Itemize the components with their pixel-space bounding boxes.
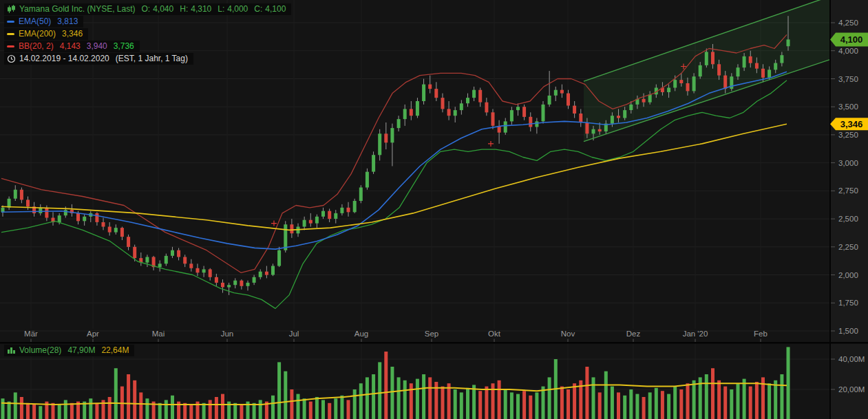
candle-body xyxy=(573,106,576,114)
candle-body xyxy=(743,56,746,67)
candle-body xyxy=(158,264,162,267)
price-tick-label: 3,500 xyxy=(838,103,858,111)
candle-body xyxy=(623,110,626,118)
price-tick-label: 2,750 xyxy=(838,186,858,195)
volume-bar xyxy=(32,405,36,419)
candle-body xyxy=(768,69,771,77)
candle-body xyxy=(454,110,457,116)
volume-bar xyxy=(529,396,532,419)
candle-body xyxy=(629,105,633,110)
last-price-badge-label: 4,100 xyxy=(840,34,863,45)
trading-chart-app: 4,2504,0003,7503,5003,2503,0002,7502,500… xyxy=(0,0,868,419)
volume-bar xyxy=(416,379,419,419)
volume-bar xyxy=(472,385,476,419)
month-label: Apr xyxy=(87,330,99,338)
volume-bar xyxy=(780,374,783,419)
volume-bar xyxy=(114,368,118,419)
volume-bar xyxy=(717,380,721,419)
volume-bar xyxy=(460,392,463,419)
instrument-title: Yamana Gold Inc. (NYSE, Last) xyxy=(19,4,136,14)
candle-body xyxy=(334,213,337,219)
candle-body xyxy=(617,116,620,118)
chart-legend: Yamana Gold Inc. (NYSE, Last) O: 4,040 H… xyxy=(4,3,291,65)
candle-body xyxy=(673,80,677,87)
candle-body xyxy=(648,94,652,102)
volume-bar xyxy=(183,403,187,419)
candle-body xyxy=(585,122,589,133)
candle-body xyxy=(516,107,520,110)
candle-body xyxy=(145,257,149,263)
legend-bollinger[interactable]: BB(20, 2) 4,143 3,940 3,736 xyxy=(4,41,140,52)
candle-body xyxy=(183,257,187,264)
legend-ema200[interactable]: EMA(200) 3,346 xyxy=(4,28,88,40)
candle-body xyxy=(171,250,174,256)
candle-body xyxy=(478,90,482,103)
volume-bar xyxy=(58,405,61,419)
volume-bar xyxy=(95,403,98,419)
volume-bar xyxy=(447,383,451,419)
candle-body xyxy=(347,208,350,213)
legend-instrument[interactable]: Yamana Gold Inc. (NYSE, Last) O: 4,040 H… xyxy=(4,3,291,15)
candle-body xyxy=(642,99,646,103)
bb-lower-value: 3,736 xyxy=(114,41,134,51)
candle-body xyxy=(95,213,98,222)
volume-bar xyxy=(723,387,727,419)
candle-body xyxy=(460,103,463,110)
candle-body xyxy=(372,155,375,171)
volume-bar xyxy=(542,387,545,419)
volume-bar xyxy=(108,397,112,419)
candle-body xyxy=(366,172,369,188)
candle-body xyxy=(265,272,268,275)
volume-bar xyxy=(353,389,357,419)
volume-bar xyxy=(39,406,42,419)
volume-bar xyxy=(20,397,23,419)
ema200-color-dash-icon xyxy=(7,33,14,35)
month-label: Nov xyxy=(561,330,575,338)
candlestick-icon xyxy=(7,5,16,14)
volume-bar xyxy=(629,389,633,419)
volume-bar xyxy=(737,383,740,419)
candle-body xyxy=(472,90,476,98)
candle-body xyxy=(761,69,765,78)
candle-body xyxy=(466,98,469,103)
candle-body xyxy=(548,96,551,105)
volume-bar xyxy=(309,402,313,419)
volume-bar xyxy=(290,389,293,419)
legend-ema50[interactable]: EMA(50) 3,813 xyxy=(4,16,83,28)
ema50-value: 3,813 xyxy=(57,17,78,26)
volume-bar xyxy=(315,397,319,419)
volume-bar xyxy=(655,388,658,419)
volume-ma-value: 22,64M xyxy=(101,345,129,355)
candle-body xyxy=(359,188,363,202)
month-label: Jun xyxy=(221,330,234,338)
legend-volume[interactable]: Volume(28) 47,90M 22,64M xyxy=(4,345,134,356)
candle-body xyxy=(246,283,250,286)
candle-body xyxy=(133,247,136,258)
volume-bar xyxy=(598,392,602,419)
candle-body xyxy=(303,220,306,227)
candle-body xyxy=(780,55,783,63)
volume-tick-label: 20,00M xyxy=(838,385,865,394)
candle-body xyxy=(567,94,570,106)
axis-divider xyxy=(829,0,831,419)
candle-body xyxy=(253,277,256,283)
candle-body xyxy=(592,129,595,134)
month-label: Jan '20 xyxy=(683,330,708,338)
volume-bar xyxy=(158,403,162,419)
candle-body xyxy=(611,116,614,123)
candle-body xyxy=(560,90,564,94)
candle-body xyxy=(353,201,357,212)
price-tick-label: 2,000 xyxy=(838,271,858,279)
candle-body xyxy=(108,227,112,233)
candle-body xyxy=(723,76,727,89)
legend-date-range[interactable]: 14.02.2019 - 14.02.2020 (EST, 1 Jahr, 1 … xyxy=(4,53,193,65)
volume-tick-label: 40,00M xyxy=(838,355,865,363)
volume-bar xyxy=(510,392,514,419)
volume-legend: Volume(28) 47,90M 22,64M xyxy=(4,345,134,357)
high-label: H: xyxy=(180,4,188,14)
month-label: Sep xyxy=(425,330,438,338)
pane-divider[interactable] xyxy=(0,342,868,344)
candle-body xyxy=(711,52,714,64)
volume-bar xyxy=(441,387,445,419)
candle-body xyxy=(177,250,180,257)
